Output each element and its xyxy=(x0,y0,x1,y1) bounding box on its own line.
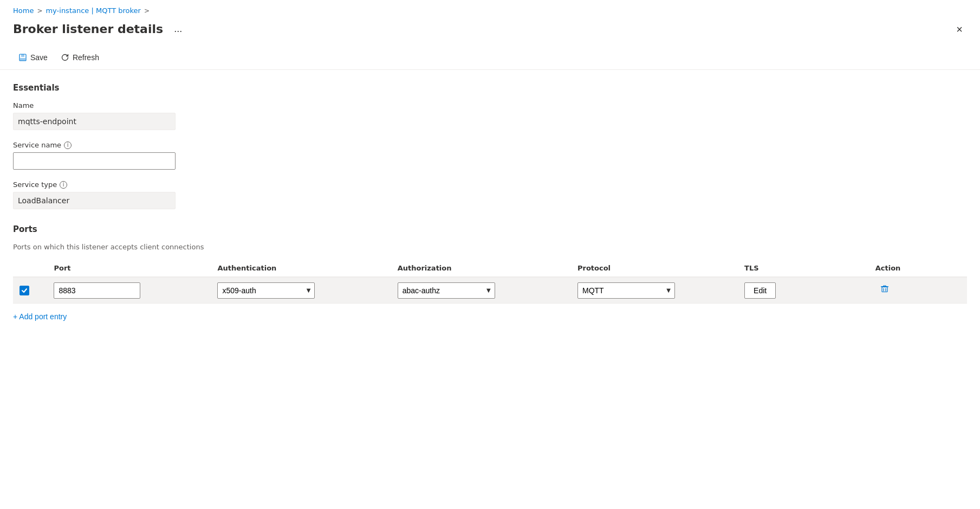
toolbar: Save Refresh xyxy=(0,46,980,70)
service-type-label: Service type i xyxy=(13,181,967,189)
refresh-label: Refresh xyxy=(73,53,99,62)
breadcrumb-sep1: > xyxy=(37,7,42,15)
row-authz-cell: abac-authz none ▼ xyxy=(391,277,571,304)
port-input[interactable] xyxy=(54,282,140,299)
ports-table: Port Authentication Authorization Protoc… xyxy=(13,260,967,304)
refresh-icon xyxy=(61,53,69,62)
svg-rect-2 xyxy=(20,58,25,61)
authz-select-wrapper: abac-authz none ▼ xyxy=(398,282,495,299)
add-port-button[interactable]: + Add port entry xyxy=(13,308,67,325)
ports-section: Ports Ports on which this listener accep… xyxy=(13,224,967,325)
auth-select-wrapper: x509-auth none ▼ xyxy=(217,282,315,299)
authorization-select[interactable]: abac-authz none xyxy=(398,282,495,299)
page-title: Broker listener details xyxy=(13,22,163,36)
delete-row-button[interactable] xyxy=(875,282,894,299)
save-icon xyxy=(18,53,27,62)
refresh-button[interactable]: Refresh xyxy=(55,50,105,65)
essentials-title: Essentials xyxy=(13,83,967,93)
col-header-authorization: Authorization xyxy=(391,260,571,277)
ellipsis-button[interactable]: ... xyxy=(170,21,186,37)
service-name-info-icon: i xyxy=(64,141,72,149)
service-name-input[interactable] xyxy=(13,152,176,170)
ports-subtitle: Ports on which this listener accepts cli… xyxy=(13,243,967,251)
ports-title: Ports xyxy=(13,224,967,234)
col-header-port: Port xyxy=(47,260,211,277)
breadcrumb-sep2: > xyxy=(144,7,150,15)
authentication-select[interactable]: x509-auth none xyxy=(217,282,315,299)
col-header-action: Action xyxy=(869,260,967,277)
svg-rect-4 xyxy=(882,287,887,292)
row-action-cell xyxy=(869,277,967,304)
service-name-label: Service name i xyxy=(13,141,967,149)
protocol-select[interactable]: MQTT MQTT over WebSocket xyxy=(577,282,675,299)
name-value: mqtts-endpoint xyxy=(13,113,176,130)
service-name-field-group: Service name i xyxy=(13,141,967,170)
col-header-tls: TLS xyxy=(738,260,869,277)
row-checkbox[interactable] xyxy=(20,286,29,295)
save-button[interactable]: Save xyxy=(13,50,53,65)
title-bar: Broker listener details ... × xyxy=(0,19,980,46)
name-label: Name xyxy=(13,101,967,109)
row-checkbox-cell xyxy=(13,277,47,304)
table-row: x509-auth none ▼ abac-authz none xyxy=(13,277,967,304)
service-type-field-group: Service type i LoadBalancer xyxy=(13,181,967,209)
essentials-section: Essentials Name mqtts-endpoint Service n… xyxy=(13,83,967,209)
service-type-info-icon: i xyxy=(60,181,67,189)
breadcrumb: Home > my-instance | MQTT broker > xyxy=(0,0,980,19)
row-tls-cell: Edit xyxy=(738,277,869,304)
service-type-value: LoadBalancer xyxy=(13,192,176,209)
col-header-authentication: Authentication xyxy=(211,260,391,277)
col-header-protocol: Protocol xyxy=(571,260,738,277)
tls-edit-button[interactable]: Edit xyxy=(744,282,776,299)
save-label: Save xyxy=(30,53,48,62)
row-protocol-cell: MQTT MQTT over WebSocket ▼ xyxy=(571,277,738,304)
row-auth-cell: x509-auth none ▼ xyxy=(211,277,391,304)
col-header-checkbox xyxy=(13,260,47,277)
row-port-cell xyxy=(47,277,211,304)
name-field-group: Name mqtts-endpoint xyxy=(13,101,967,130)
main-content: Essentials Name mqtts-endpoint Service n… xyxy=(0,70,980,338)
breadcrumb-home[interactable]: Home xyxy=(13,7,34,15)
close-button[interactable]: × xyxy=(952,22,967,37)
breadcrumb-instance[interactable]: my-instance | MQTT broker xyxy=(46,7,140,15)
protocol-select-wrapper: MQTT MQTT over WebSocket ▼ xyxy=(577,282,675,299)
svg-rect-1 xyxy=(21,54,24,57)
